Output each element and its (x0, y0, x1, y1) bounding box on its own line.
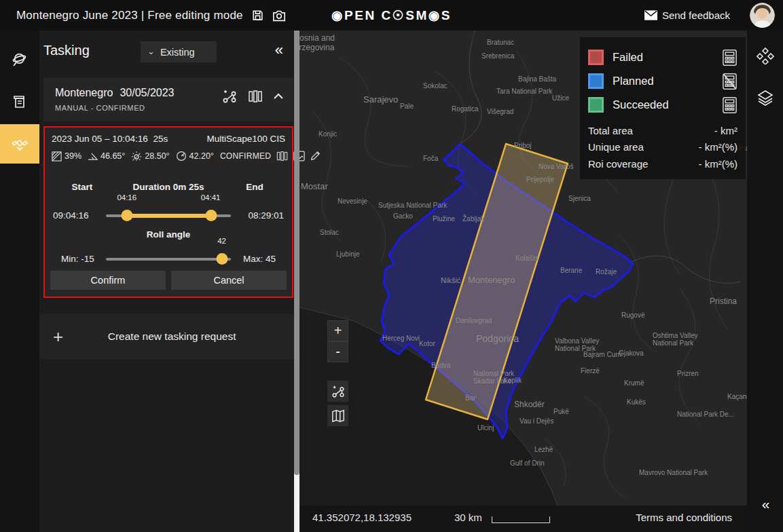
filter-value: Existing (160, 47, 195, 58)
right-icon-rail: « (747, 31, 783, 532)
roll-angle-slider: Min: -15 42 Max: 45 (52, 244, 285, 271)
open-cosmos-logo: ◉PEN C☉SM◉S (331, 7, 452, 23)
tasking-panel-header: Tasking ⌄ Existing « (39, 40, 294, 64)
existing-filter-dropdown[interactable]: ⌄ Existing (141, 41, 217, 62)
terms-and-conditions-link[interactable]: Terms and conditions (636, 512, 732, 523)
failed-area-calculator-icon[interactable] (722, 49, 738, 66)
map-legend: Failed Planned (580, 37, 746, 179)
project-title: Montenegro June 2023 | Free editing mode (16, 9, 243, 22)
legend-row-succeeded: Succeeded (588, 93, 738, 117)
roll-slider-track[interactable]: 42 (106, 258, 231, 261)
roll-angle-title: Roll angle (45, 229, 292, 240)
request-title: Montenegro30/05/2023 (55, 87, 174, 99)
collapse-panel-icon[interactable]: « (275, 41, 282, 59)
cloud-coverage-metric: 39% (52, 151, 81, 162)
swath-nodes-icon[interactable] (221, 89, 238, 104)
camera-icon[interactable] (272, 10, 286, 22)
swath-tool-button[interactable] (327, 381, 348, 402)
apps-grid-icon[interactable] (747, 39, 783, 73)
left-icon-rail (0, 31, 39, 532)
request-name: Montenegro (55, 87, 113, 98)
roi-coverage-stat: Roi coverage- km²(%) (588, 155, 738, 172)
roll-max-label: Max: 45 (243, 254, 276, 264)
time-slider-track[interactable]: 04:16 04:41 (106, 214, 231, 217)
time-window-slider: 09:04:16 04:16 04:41 08:29:01 (52, 198, 285, 227)
incidence-angle-metric: 46.65° (88, 151, 125, 161)
collapse-map-sidebar-icon[interactable]: « (747, 491, 783, 518)
cancel-button[interactable]: Cancel (171, 271, 287, 290)
map-canvas[interactable]: Bosnia andHerzegovinaBratunacSrebrenicaS… (299, 31, 747, 506)
failed-color-swatch (588, 50, 604, 65)
chevron-down-icon: ⌄ (147, 46, 155, 56)
duration-label: Duration 0m 25s (113, 182, 224, 192)
user-avatar[interactable] (750, 3, 775, 28)
planned-color-swatch (588, 73, 604, 89)
legend-row-failed: Failed (588, 45, 738, 69)
create-new-tasking-request-button[interactable]: + Create new tasking request (39, 314, 294, 359)
tasking-request-card[interactable]: Montenegro30/05/2023 MANUAL - CONFIRMED (43, 78, 293, 121)
tasking-panel: Tasking ⌄ Existing « Montenegro30/05/202… (39, 31, 294, 532)
zoom-out-button[interactable]: - (327, 341, 348, 362)
tasking-icon[interactable] (0, 124, 39, 164)
off-nadir-angle-metric: 42.20° (176, 151, 214, 162)
request-date: 30/05/2023 (120, 87, 174, 98)
observation-details-panel: 2023 Jun 05 – 10:04:16 25s MultiScape100… (43, 126, 293, 298)
plus-icon: + (53, 326, 63, 347)
request-status: MANUAL - CONFIRMED (55, 104, 145, 112)
unique-area-stat: Unique area- km²(%) (588, 139, 738, 156)
cloud-coverage-icon (52, 151, 62, 162)
planned-area-calculator-disabled-icon[interactable] (722, 73, 738, 90)
confirm-button[interactable]: Confirm (50, 271, 166, 290)
sun-elevation-metric: 28.50° (131, 151, 169, 162)
save-icon[interactable] (251, 9, 264, 22)
layers-icon[interactable] (747, 81, 783, 115)
envelope-icon (644, 10, 657, 20)
projects-icon[interactable] (0, 82, 39, 121)
scrollbar-thumb[interactable] (294, 31, 299, 475)
off-nadir-angle-icon (176, 151, 187, 162)
discover-icon[interactable] (0, 40, 39, 79)
observation-datetime: 2023 Jun 05 – 10:04:16 25s (52, 134, 168, 144)
edit-pencil-icon[interactable] (310, 151, 321, 162)
top-bar: Montenegro June 2023 | Free editing mode… (0, 0, 783, 31)
roll-min-label: Min: -15 (61, 254, 94, 264)
basemap-button[interactable] (327, 405, 348, 426)
instrument-name: MultiScape100 CIS (206, 134, 285, 144)
cursor-coordinates: 41.352072,18.132935 (312, 512, 412, 523)
strips-icon[interactable] (247, 89, 263, 104)
start-label: Start (52, 182, 113, 192)
incidence-angle-icon (88, 152, 98, 161)
end-time: 08:29:01 (248, 210, 284, 221)
succeeded-area-calculator-icon[interactable] (722, 96, 738, 114)
map-scale: 30 km (454, 512, 550, 523)
scale-bar (492, 516, 550, 523)
panel-title: Tasking (43, 43, 90, 58)
start-time: 09:04:16 (53, 210, 89, 221)
zoom-in-button[interactable]: + (327, 320, 348, 341)
panel-scrollbar[interactable] (294, 31, 299, 532)
end-label: End (224, 182, 285, 192)
roll-slider-handle[interactable]: 42 (217, 253, 228, 265)
observation-status: CONFIRMED (220, 151, 271, 161)
total-area-stat: Total area- km² (588, 122, 738, 139)
time-slider-handle-start[interactable]: 04:16 (122, 210, 133, 221)
succeeded-color-swatch (588, 97, 604, 113)
map-footer-bar: 41.352072,18.132935 30 km Terms and cond… (299, 506, 747, 532)
send-feedback-button[interactable]: Send feedback (644, 10, 730, 21)
sun-elevation-icon (131, 151, 142, 162)
strips-small-icon[interactable] (276, 150, 289, 162)
legend-row-planned: Planned (588, 69, 738, 93)
time-slider-handle-end[interactable]: 04:41 (205, 210, 217, 221)
collapse-card-chevron-up-icon[interactable] (273, 93, 284, 100)
